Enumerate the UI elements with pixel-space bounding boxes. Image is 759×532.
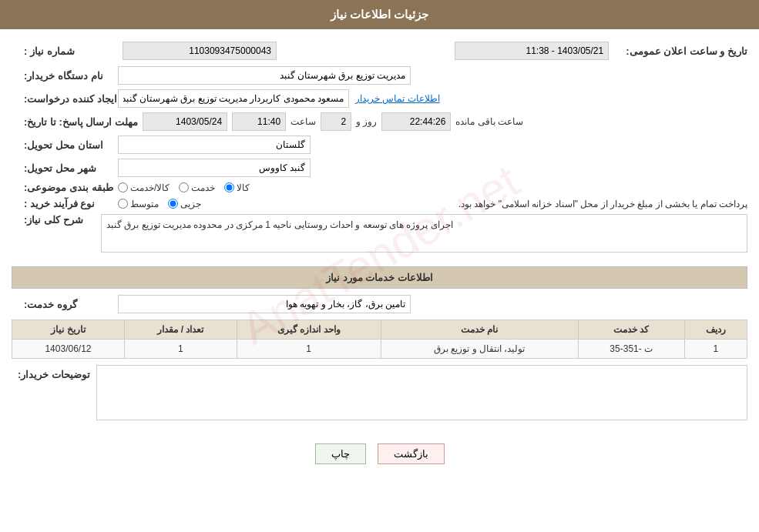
category-goods-radio[interactable]	[224, 182, 234, 192]
remaining-label: ساعت باقی مانده	[455, 116, 523, 127]
buyer-org-input	[118, 66, 411, 85]
creator-input	[118, 89, 349, 108]
process-label: نوع فرآیند خرید :	[18, 198, 118, 209]
page-title: جزئیات اطلاعات نیاز	[331, 8, 428, 21]
service-group-label: گروه خدمت:	[18, 299, 118, 310]
process-option-medium[interactable]: متوسط	[118, 199, 159, 209]
col-unit: واحد اندازه گیری	[237, 320, 381, 340]
time-label: ساعت	[291, 116, 316, 127]
need-number-input	[123, 42, 277, 60]
services-table: ردیف کد خدمت نام خدمت واحد اندازه گیری ت…	[12, 320, 747, 359]
days-input	[321, 112, 351, 131]
row-1-code: ت -351-35	[578, 340, 684, 359]
ann-date-label: تاریخ و ساعت اعلان عمومی:	[620, 45, 747, 57]
process-medium-label: متوسط	[130, 199, 159, 209]
button-row: بازگشت چاپ	[12, 436, 747, 472]
col-quantity: تعداد / مقدار	[124, 320, 237, 340]
process-desc: پرداخت تمام یا بخشی از مبلغ خریدار از مح…	[209, 199, 747, 209]
category-radio-group: کالا/خدمت خدمت کالا	[118, 182, 250, 193]
process-partial-label: جزیی	[180, 199, 201, 209]
service-group-input	[118, 295, 411, 313]
category-label: طبقه بندی موضوعی:	[18, 182, 118, 193]
deadline-label: مهلت ارسال پاسخ: تا تاریخ:	[18, 116, 138, 128]
buyer-desc-label: توضیحات خریدار:	[12, 365, 96, 384]
province-label: استان محل تحویل:	[18, 139, 118, 151]
buyer-desc-text	[97, 366, 747, 420]
row-1-unit: 1	[237, 340, 381, 359]
back-button[interactable]: بازگشت	[378, 443, 445, 464]
category-option-goods-service[interactable]: کالا/خدمت	[118, 182, 170, 193]
general-desc-label: شرح کلی نیاز:	[18, 214, 95, 226]
category-option-goods[interactable]: کالا	[224, 182, 250, 193]
row-1-quantity: 1	[124, 340, 237, 359]
time-input	[232, 112, 286, 131]
remaining-time-input	[381, 112, 451, 131]
days-label: روز و	[356, 116, 377, 127]
category-option-service[interactable]: خدمت	[179, 182, 215, 193]
row-1-date: 1403/06/12	[12, 340, 125, 359]
category-goods-service-radio[interactable]	[118, 182, 128, 192]
ann-date-input	[455, 42, 609, 60]
creator-label: ایجاد کننده درخواست:	[18, 93, 118, 105]
col-row-num: ردیف	[684, 320, 747, 340]
buyer-desc-box	[96, 365, 747, 420]
buyer-org-label: نام دستگاه خریدار:	[18, 70, 118, 82]
page-header: جزئیات اطلاعات نیاز	[0, 0, 759, 29]
row-1-num: 1	[684, 340, 747, 359]
print-button[interactable]: چاپ	[315, 443, 366, 464]
city-label: شهر محل تحویل:	[18, 162, 118, 174]
general-desc-text: اجرای پروژه های توسعه و احداث روستایی نا…	[106, 219, 453, 230]
category-service-label: خدمت	[191, 182, 215, 193]
process-medium-radio[interactable]	[118, 199, 128, 209]
col-service-code: کد خدمت	[578, 320, 684, 340]
need-number-label: شماره نیاز :	[18, 45, 118, 57]
row-1-name: تولید، انتقال و توزیع برق	[381, 340, 578, 359]
category-service-radio[interactable]	[179, 182, 189, 192]
process-radio-group: متوسط جزیی	[118, 199, 201, 209]
general-desc-section: اجرای پروژه های توسعه و احداث روستایی نا…	[12, 214, 747, 259]
buyer-contact-link[interactable]: اطلاعات تماس خریدار	[355, 93, 440, 104]
category-goods-label: کالا	[237, 182, 250, 193]
service-info-title: اطلاعات خدمات مورد نیاز	[12, 266, 747, 289]
col-service-name: نام خدمت	[381, 320, 578, 340]
col-date: تاریخ نیاز	[12, 320, 125, 340]
process-partial-radio[interactable]	[168, 199, 178, 209]
province-input	[118, 136, 311, 154]
general-desc-box: اجرای پروژه های توسعه و احداث روستایی نا…	[101, 214, 747, 253]
city-input	[118, 159, 311, 177]
buyer-desc-section: توضیحات خریدار:	[12, 365, 747, 428]
process-option-partial[interactable]: جزیی	[168, 199, 201, 209]
deadline-date-input	[143, 112, 227, 131]
category-goods-service-label: کالا/خدمت	[130, 182, 170, 193]
